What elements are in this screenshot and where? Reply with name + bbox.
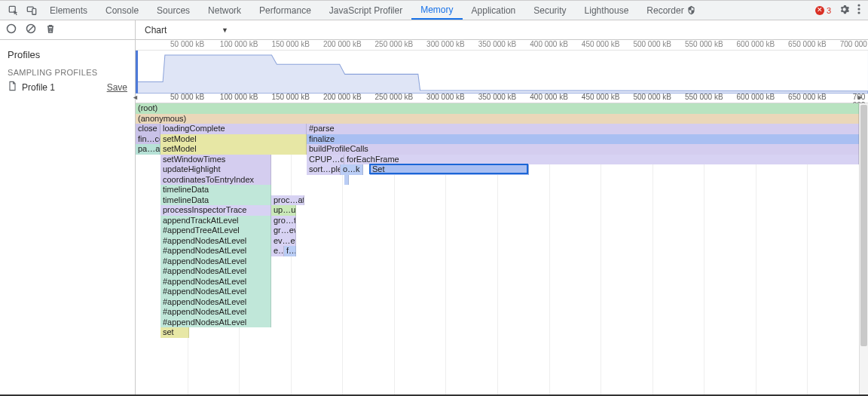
flame-bar[interactable]: updateHighlight xyxy=(160,164,271,175)
svg-rect-10 xyxy=(136,51,138,94)
record-icon[interactable] xyxy=(6,23,17,36)
view-select[interactable]: Chart xyxy=(142,23,217,37)
flame-bar[interactable]: appendTrackAtLevel xyxy=(160,216,271,226)
flame-bar[interactable]: #appendNodesAtLevel xyxy=(160,256,271,267)
ruler-tick: 250 000 kB xyxy=(375,40,414,48)
tab-console[interactable]: Console xyxy=(96,1,148,20)
flame-row: #appendNodesAtLevel xyxy=(136,307,868,318)
flame-bar[interactable]: fin…ce xyxy=(136,134,160,145)
flame-row: (anonymous) xyxy=(136,114,868,124)
tab-recorder[interactable]: Recorder xyxy=(637,1,705,20)
flame-bar[interactable]: proc…ata xyxy=(271,195,304,206)
svg-point-6 xyxy=(8,25,16,33)
flame-row: #appendNodesAtLevelev…ew xyxy=(136,236,868,247)
tab-lighthouse[interactable]: Lighthouse xyxy=(576,1,638,20)
tab-sources[interactable]: Sources xyxy=(148,1,199,20)
flame-bar[interactable]: pa…at xyxy=(136,144,160,155)
error-counter[interactable]: ✕ 3 xyxy=(815,6,831,15)
ruler-tick: 150 000 kB xyxy=(271,40,310,48)
flame-bar[interactable] xyxy=(344,175,349,186)
tab-javascript-profiler[interactable]: JavaScript Profiler xyxy=(320,1,411,20)
ruler-tick: 450 000 kB xyxy=(582,40,620,48)
flame-bar[interactable]: ev…ew xyxy=(271,236,296,247)
clear-icon[interactable] xyxy=(26,23,36,36)
device-icon[interactable] xyxy=(23,1,41,20)
flame-row: (root) xyxy=(136,103,868,114)
ruler-tick: 100 000 kB xyxy=(220,40,258,48)
flame-bar[interactable]: sort…ples xyxy=(307,164,341,175)
flame-bar[interactable]: gr…ew xyxy=(271,226,296,236)
flame-bar[interactable]: coordinatesToEntryIndex xyxy=(160,175,271,186)
profile-name: Profile 1 xyxy=(22,82,102,93)
flame-bar[interactable]: #appendNodesAtLevel xyxy=(160,246,271,256)
flame-bar[interactable]: f…r xyxy=(284,246,296,256)
flame-bar[interactable]: o…k xyxy=(341,164,363,175)
ruler-tick: 650 000 kB xyxy=(788,93,827,101)
flame-bar[interactable]: buildProfileCalls xyxy=(307,144,859,155)
flame-row: #appendNodesAtLevel xyxy=(136,256,868,267)
flame-bar[interactable]: #appendNodesAtLevel xyxy=(160,266,271,277)
ruler-tick: 300 000 kB xyxy=(426,40,465,48)
settings-icon[interactable] xyxy=(839,4,850,17)
flame-bar[interactable]: setWindowTimes xyxy=(160,155,271,165)
flame-bar[interactable]: close xyxy=(136,124,160,134)
ruler-tick: 50 000 kB xyxy=(170,40,204,48)
flame-bar[interactable]: #appendNodesAtLevel xyxy=(160,287,271,297)
flame-bar[interactable]: (anonymous) xyxy=(136,114,859,124)
flame-bar[interactable]: up…up xyxy=(271,205,296,216)
more-icon[interactable] xyxy=(857,4,860,17)
flame-bar[interactable]: finalize xyxy=(307,134,859,145)
flame-bar[interactable]: #parse xyxy=(307,124,859,134)
tab-network[interactable]: Network xyxy=(199,1,250,20)
flame-bar[interactable]: setModel xyxy=(160,134,307,145)
tab-application[interactable]: Application xyxy=(463,1,525,20)
flame-bar[interactable]: #appendNodesAtLevel xyxy=(160,307,271,318)
scrollbar-thumb[interactable] xyxy=(860,105,867,346)
flame-bar[interactable]: #appendNodesAtLevel xyxy=(160,277,271,287)
ruler-tick: 300 000 kB xyxy=(426,93,465,101)
flame-bar[interactable]: set xyxy=(160,327,189,338)
flame-bar[interactable]: loadingComplete xyxy=(160,124,307,134)
ruler-tick: 700 000 kB xyxy=(840,40,868,48)
error-icon: ✕ xyxy=(815,6,824,15)
flame-bar[interactable]: timelineData xyxy=(160,195,271,206)
flame-bar[interactable]: Set xyxy=(370,164,529,175)
flame-bar[interactable]: CPUP…del xyxy=(307,155,344,165)
flame-bar[interactable]: setModel xyxy=(160,144,307,155)
flame-bar[interactable]: gro…ts xyxy=(271,216,296,226)
flame-bar[interactable]: #appendNodesAtLevel xyxy=(160,236,271,247)
chevron-down-icon: ▼ xyxy=(222,26,228,34)
overview-chart[interactable] xyxy=(136,51,868,93)
flame-bar[interactable]: processInspectorTrace xyxy=(160,205,271,216)
flame-bar[interactable]: #appendNodesAtLevel xyxy=(160,318,271,328)
flame-row: updateHighlightsort…pleso…kSet xyxy=(136,164,868,175)
flame-row: #appendNodesAtLevel xyxy=(136,297,868,308)
tab-security[interactable]: Security xyxy=(524,1,575,20)
tab-elements[interactable]: Elements xyxy=(41,1,96,20)
profile-item[interactable]: Profile 1 Save xyxy=(0,78,135,96)
chevron-left-icon[interactable]: ◄ xyxy=(132,94,139,101)
flame-row: #appendNodesAtLevel xyxy=(136,277,868,287)
ruler-tick: 100 000 kB xyxy=(220,93,258,101)
ruler-tick: 400 000 kB xyxy=(530,93,568,101)
flame-row: #appendTreeAtLevelgr…ew xyxy=(136,226,868,236)
flame-row: appendTrackAtLevelgro…ts xyxy=(136,216,868,226)
flame-bar[interactable]: e… xyxy=(271,246,284,256)
flame-chart[interactable]: (root)(anonymous)closeloadingComplete#pa… xyxy=(136,103,868,394)
flame-bar[interactable]: #appendTreeAtLevel xyxy=(160,226,271,236)
flame-bar[interactable]: forEachFrame xyxy=(344,155,859,165)
devtools-tabbar: ElementsConsoleSourcesNetworkPerformance… xyxy=(0,1,868,20)
tab-memory[interactable]: Memory xyxy=(411,1,462,20)
tab-performance[interactable]: Performance xyxy=(250,1,320,20)
flame-bar[interactable]: (root) xyxy=(136,103,859,114)
flame-bar[interactable]: timelineData xyxy=(160,185,271,195)
ruler-tick: 150 000 kB xyxy=(271,93,310,101)
profile-save-link[interactable]: Save xyxy=(107,82,127,93)
inspect-icon[interactable] xyxy=(5,1,23,20)
memory-toolbar: Chart ▼ xyxy=(0,20,868,40)
vertical-scrollbar[interactable] xyxy=(859,103,868,394)
flame-ruler[interactable]: ◄ ► 50 000 kB100 000 kB150 000 kB200 000… xyxy=(136,93,868,103)
flame-bar[interactable]: #appendNodesAtLevel xyxy=(160,297,271,308)
delete-icon[interactable] xyxy=(45,23,56,36)
flame-row: pa…atsetModelbuildProfileCalls xyxy=(136,144,868,155)
